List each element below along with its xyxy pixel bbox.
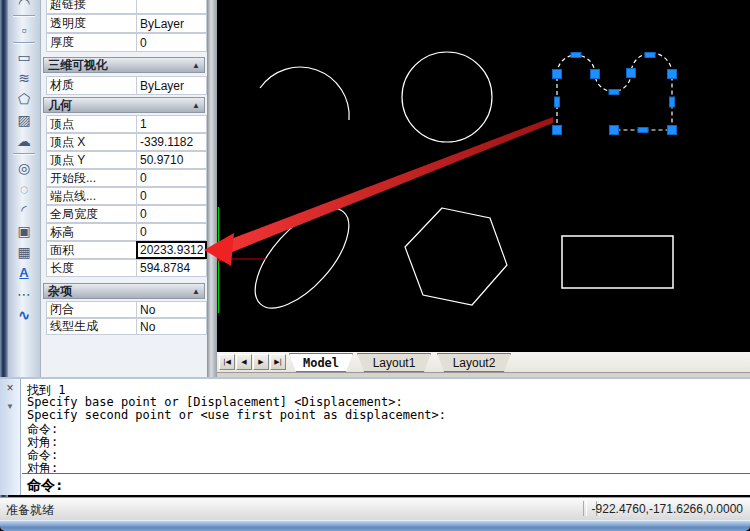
- grip-dots-icon: ⋯: [12, 284, 36, 303]
- command-history-line: 对角:: [27, 460, 58, 473]
- hatch-icon[interactable]: ▦: [12, 242, 36, 261]
- property-value[interactable]: ByLayer: [136, 14, 207, 33]
- property-value[interactable]: 0: [136, 187, 207, 205]
- ellipse-entity[interactable]: [239, 193, 365, 324]
- property-value[interactable]: 1: [136, 115, 207, 133]
- property-row: 线型生成 No: [46, 318, 207, 335]
- point-icon[interactable]: ▫: [12, 20, 36, 39]
- property-label: 厚度: [46, 33, 137, 52]
- command-history-line: 对角:: [27, 434, 58, 447]
- layout-tabbar: |◀ ◀ ▶ ▶| Model Layout1 Layout2: [217, 352, 750, 373]
- arc-entity[interactable]: [260, 67, 349, 120]
- donut-icon[interactable]: ◎: [12, 158, 36, 177]
- command-prompt-input[interactable]: 命令:: [27, 477, 63, 495]
- grip-vertex[interactable]: [553, 126, 562, 135]
- property-value[interactable]: 50.9710: [136, 151, 207, 169]
- section-header-geometry[interactable]: 几何 ▲: [43, 97, 205, 113]
- wipeout-icon[interactable]: ◌: [12, 179, 36, 198]
- property-row: 顶点 1: [46, 115, 207, 133]
- tab-nav-last[interactable]: ▶|: [270, 354, 286, 370]
- property-value[interactable]: 594.8784: [136, 259, 207, 277]
- property-row: 闭合 No: [46, 301, 207, 318]
- tab-nav-prev[interactable]: ◀: [236, 354, 252, 370]
- collapse-icon[interactable]: ▲: [192, 287, 200, 296]
- grip-vertex[interactable]: [668, 70, 677, 79]
- toolbar-separator: [13, 15, 35, 17]
- property-value[interactable]: [136, 0, 207, 14]
- palette-splitter[interactable]: [207, 0, 217, 377]
- circle-entity[interactable]: [402, 52, 492, 142]
- property-label: 顶点: [46, 115, 137, 133]
- window-bottom-border: [0, 520, 750, 531]
- section-header-3d-visualization[interactable]: 三维可视化 ▲: [43, 57, 205, 73]
- status-ready-text: 准备就绪: [6, 502, 54, 519]
- property-value[interactable]: ByLayer: [136, 76, 207, 95]
- grip-vertex[interactable]: [591, 70, 600, 79]
- grip-vertex[interactable]: [553, 70, 562, 79]
- ellipse-arc-icon[interactable]: ◠: [12, 0, 36, 12]
- coordinate-readout: -922.4760,-171.6266,0.0000: [592, 502, 743, 516]
- tab-nav-first[interactable]: |◀: [219, 354, 235, 370]
- property-value[interactable]: 0: [136, 169, 207, 187]
- property-row: 材质 ByLayer: [46, 76, 207, 95]
- property-row: 顶点 Y 50.9710: [46, 151, 207, 169]
- fillet-icon[interactable]: ◜: [12, 200, 36, 219]
- tab-model[interactable]: Model: [289, 353, 353, 372]
- toolbar-separator: [13, 153, 35, 155]
- text-icon[interactable]: A: [12, 263, 36, 282]
- tab-layout2[interactable]: Layout2: [437, 353, 511, 372]
- property-value[interactable]: No: [136, 301, 207, 318]
- close-icon[interactable]: ×: [3, 381, 17, 395]
- region-icon[interactable]: ▣: [12, 221, 36, 240]
- property-label: 超链接: [46, 0, 137, 14]
- rectangle-entity[interactable]: [562, 236, 673, 288]
- grip-midpoint[interactable]: [609, 90, 619, 95]
- draw-toolbar: ◠ ▫ ▭ ≋ ⬠ ▨ ☁ ◎ ◌ ◜ ▣ ▦ A ⋯ ∿: [8, 0, 40, 377]
- grip-midpoint[interactable]: [571, 53, 581, 58]
- rectangle-icon[interactable]: ▭: [12, 47, 36, 66]
- red-line-marker: [217, 256, 221, 261]
- spline-icon[interactable]: ∿: [12, 305, 36, 324]
- grip-midpoint[interactable]: [645, 53, 655, 58]
- hexagon-entity[interactable]: [405, 208, 507, 305]
- property-row: 标高 0: [46, 223, 207, 241]
- model-canvas[interactable]: [217, 0, 750, 352]
- property-row: 长度 594.8784: [46, 259, 207, 277]
- property-row: 厚度 0: [46, 33, 207, 52]
- property-label: 面积: [46, 241, 137, 259]
- status-separator: [583, 501, 587, 516]
- grip-vertex[interactable]: [627, 69, 636, 78]
- boundary-hatch-icon[interactable]: ▨: [12, 110, 36, 129]
- helix-icon[interactable]: ≋: [12, 68, 36, 87]
- property-row-area: 面积 20233.9312: [46, 241, 207, 259]
- property-value[interactable]: 0: [136, 205, 207, 223]
- command-window-strip: × ▼: [0, 379, 21, 495]
- area-value[interactable]: 20233.9312: [136, 241, 207, 259]
- section-header-misc[interactable]: 杂项 ▲: [43, 283, 205, 299]
- property-value[interactable]: 0: [136, 223, 207, 241]
- grip-midpoint[interactable]: [555, 97, 560, 107]
- property-row: 透明度 ByLayer: [46, 14, 207, 33]
- property-row: 开始段... 0: [46, 169, 207, 187]
- grip-midpoint[interactable]: [670, 97, 675, 107]
- command-history-line: 命令:: [27, 447, 58, 460]
- tab-layout1[interactable]: Layout1: [357, 353, 431, 372]
- property-label: 线型生成: [46, 318, 137, 335]
- polygon-icon[interactable]: ⬠: [12, 89, 36, 108]
- tab-nav-next[interactable]: ▶: [253, 354, 269, 370]
- grip-midpoint[interactable]: [638, 128, 648, 133]
- collapse-icon[interactable]: ▲: [192, 61, 200, 70]
- property-value[interactable]: No: [136, 318, 207, 335]
- collapse-icon[interactable]: ▲: [192, 101, 200, 110]
- grip-vertex[interactable]: [610, 126, 619, 135]
- property-value[interactable]: 0: [136, 33, 207, 52]
- section-title: 三维可视化: [48, 57, 108, 74]
- property-value[interactable]: -339.1182: [136, 133, 207, 151]
- section-title: 几何: [48, 97, 72, 114]
- property-label: 透明度: [46, 14, 137, 33]
- chevron-down-icon[interactable]: ▼: [3, 399, 17, 413]
- grip-vertex[interactable]: [668, 126, 677, 135]
- revision-cloud-icon[interactable]: ☁: [12, 131, 36, 150]
- property-label: 全局宽度: [46, 205, 137, 223]
- toolbar-separator: [13, 42, 35, 44]
